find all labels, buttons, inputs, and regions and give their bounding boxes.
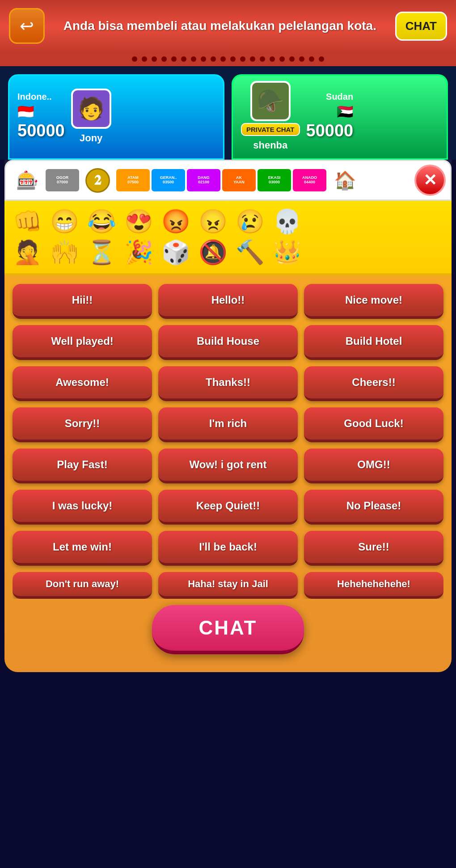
emoji-highfive[interactable]: 🙌 bbox=[48, 239, 81, 266]
header-bar: ↩ Anda bisa membeli atau melakukan pelel… bbox=[0, 0, 456, 54]
dot bbox=[279, 56, 285, 62]
chat-btn-im-rich[interactable]: I'm rich bbox=[158, 407, 298, 442]
emoji-grin[interactable]: 😁 bbox=[48, 208, 81, 235]
chat-btn-play-fast[interactable]: Play Fast! bbox=[13, 449, 152, 483]
emoji-hammer[interactable]: 🔨 bbox=[233, 239, 267, 266]
chat-btn-hii[interactable]: Hii!! bbox=[13, 284, 152, 319]
dot bbox=[181, 56, 186, 62]
player-right-avatar: 🪖 bbox=[250, 81, 291, 121]
header-message: Anda bisa membeli atau melakukan pelelan… bbox=[45, 18, 395, 34]
dot bbox=[220, 56, 226, 62]
board-cell-6: EKASI03000 bbox=[258, 169, 291, 191]
dot bbox=[211, 56, 216, 62]
emoji-dice[interactable]: 🎲 bbox=[159, 239, 193, 266]
chat-btn-row-8: Don't run away! Haha! stay in Jail Heheh… bbox=[13, 572, 443, 599]
dot bbox=[309, 56, 314, 62]
back-icon: ↩ bbox=[20, 16, 34, 36]
player-right-money: 50000 bbox=[306, 121, 354, 140]
chat-btn-row-5: Play Fast! Wow! i got rent OMG!! bbox=[13, 449, 443, 483]
dot bbox=[161, 56, 167, 62]
board-cell-special: 𝟐 bbox=[81, 168, 114, 193]
chat-btn-awesome[interactable]: Awesome! bbox=[13, 366, 152, 401]
chat-btn-good-luck[interactable]: Good Luck! bbox=[304, 407, 443, 442]
close-button[interactable]: ✕ bbox=[414, 165, 446, 196]
chat-btn-thanks[interactable]: Thanks!! bbox=[158, 366, 298, 401]
emoji-mute[interactable]: 🔕 bbox=[196, 239, 230, 266]
dot bbox=[270, 56, 275, 62]
dot bbox=[191, 56, 196, 62]
chat-btn-well-played[interactable]: Well played! bbox=[13, 325, 152, 360]
board-cell-5: AKYAAN bbox=[222, 169, 256, 191]
emoji-hourglass[interactable]: ⏳ bbox=[85, 239, 118, 266]
board-color-3: GERAN..03500 bbox=[152, 169, 185, 191]
players-section: Indone.. 🇮🇩 50000 🧑 Jony 🪖 PRIVATE CHAT … bbox=[0, 66, 456, 160]
chat-btn-row-4: Sorry!! I'm rich Good Luck! bbox=[13, 407, 443, 442]
board-color-1: OGOR07000 bbox=[46, 169, 79, 191]
emoji-sad[interactable]: 😠 bbox=[196, 208, 230, 235]
dot bbox=[260, 56, 265, 62]
chat-btn-build-house[interactable]: Build House bbox=[158, 325, 298, 360]
dot bbox=[142, 56, 147, 62]
board-cell-4: DANG02100 bbox=[187, 169, 220, 191]
chat-btn-hehehe[interactable]: Hehehehehehe! bbox=[304, 572, 443, 599]
chat-btn-lucky[interactable]: I was lucky! bbox=[13, 490, 152, 525]
chat-btn-dont-run[interactable]: Don't run away! bbox=[13, 572, 152, 599]
emoji-fist[interactable]: 👊 bbox=[11, 208, 44, 235]
chat-btn-row-6: I was lucky! Keep Quiet!! No Please! bbox=[13, 490, 443, 525]
emoji-cry[interactable]: 😢 bbox=[233, 208, 267, 235]
chat-btn-sorry[interactable]: Sorry!! bbox=[13, 407, 152, 442]
chat-btn-row-2: Well played! Build House Build Hotel bbox=[13, 325, 443, 360]
chat-btn-row-3: Awesome! Thanks!! Cheers!! bbox=[13, 366, 443, 401]
board-cell-2: ATAM07500 bbox=[116, 169, 150, 191]
chat-buttons-section: Hii!! Hello!! Nice move! Well played! Bu… bbox=[4, 275, 452, 672]
board-cell-roulette: 🎰 bbox=[10, 170, 44, 191]
chat-btn-sure[interactable]: Sure!! bbox=[304, 531, 443, 566]
emoji-crown[interactable]: 👑 bbox=[270, 239, 304, 266]
dot bbox=[132, 56, 137, 62]
emoji-laugh[interactable]: 😂 bbox=[85, 208, 118, 235]
big-chat-button[interactable]: CHAT bbox=[152, 605, 304, 654]
player-panel-right: 🪖 PRIVATE CHAT shenba Sudan 🇸🇩 50000 bbox=[232, 74, 448, 160]
dot bbox=[250, 56, 255, 62]
dot bbox=[240, 56, 245, 62]
chat-btn-build-hotel[interactable]: Build Hotel bbox=[304, 325, 443, 360]
main-panel: 🎰 OGOR07000 𝟐 ATAM07500 GERAN..03500 DAN… bbox=[4, 160, 452, 672]
chat-btn-cheers[interactable]: Cheers!! bbox=[304, 366, 443, 401]
player-right-name: shenba bbox=[253, 140, 287, 151]
chat-btn-ill-be-back[interactable]: I'll be back! bbox=[158, 531, 298, 566]
special-cell-icon: 𝟐 bbox=[85, 168, 110, 193]
board-color-5: AKYAAN bbox=[222, 169, 256, 191]
board-color-2: ATAM07500 bbox=[116, 169, 150, 191]
emoji-facepalm[interactable]: 🤦 bbox=[11, 239, 44, 266]
player-left-name: Jony bbox=[80, 132, 102, 144]
player-panel-left: Indone.. 🇮🇩 50000 🧑 Jony bbox=[8, 74, 224, 160]
emoji-angry[interactable]: 😡 bbox=[159, 208, 193, 235]
chat-btn-no-please[interactable]: No Please! bbox=[304, 490, 443, 525]
emoji-row-1: 👊 😁 😂 😍 😡 😠 😢 💀 bbox=[11, 208, 445, 235]
player-right-country: Sudan bbox=[326, 92, 353, 102]
header-chat-button[interactable]: CHAT bbox=[395, 12, 447, 41]
chat-btn-hello[interactable]: Hello!! bbox=[158, 284, 298, 319]
chat-btn-wow-rent[interactable]: Wow! i got rent bbox=[158, 449, 298, 483]
chat-btn-keep-quiet[interactable]: Keep Quiet!! bbox=[158, 490, 298, 525]
chat-btn-haha-jail[interactable]: Haha! stay in Jail bbox=[158, 572, 298, 599]
player-left-avatar-icon: 🧑 bbox=[78, 96, 105, 121]
private-chat-badge[interactable]: PRIVATE CHAT bbox=[241, 123, 300, 136]
emoji-heart-eyes[interactable]: 😍 bbox=[122, 208, 156, 235]
player-left-avatar: 🧑 bbox=[71, 89, 111, 129]
player-left-money: 50000 bbox=[17, 121, 65, 140]
board-color-4: DANG02100 bbox=[187, 169, 220, 191]
board-strip: 🎰 OGOR07000 𝟐 ATAM07500 GERAN..03500 DAN… bbox=[4, 160, 452, 201]
chat-btn-omg[interactable]: OMG!! bbox=[304, 449, 443, 483]
player-left-country: Indone.. bbox=[17, 92, 65, 102]
player-left-flag: 🇮🇩 bbox=[17, 104, 65, 119]
emoji-party[interactable]: 🎉 bbox=[122, 239, 156, 266]
dot bbox=[289, 56, 295, 62]
chat-btn-let-win[interactable]: Let me win! bbox=[13, 531, 152, 566]
dot bbox=[201, 56, 206, 62]
emoji-row-2: 🤦 🙌 ⏳ 🎉 🎲 🔕 🔨 👑 bbox=[11, 239, 445, 266]
chat-btn-nice-move[interactable]: Nice move! bbox=[304, 284, 443, 319]
board-color-7: ANADO04400 bbox=[293, 169, 326, 191]
back-button[interactable]: ↩ bbox=[9, 8, 45, 44]
emoji-skull[interactable]: 💀 bbox=[270, 208, 304, 235]
